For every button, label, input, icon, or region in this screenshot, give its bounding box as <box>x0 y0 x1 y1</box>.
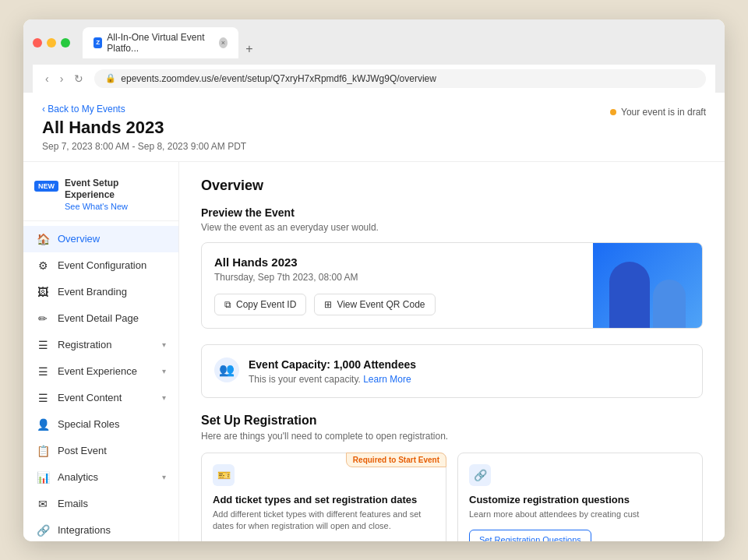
sidebar-item-emails[interactable]: ✉ Emails <box>23 491 178 517</box>
refresh-button[interactable]: ↻ <box>71 71 86 86</box>
sidebar-item-label-emails: Emails <box>58 498 166 509</box>
forward-button[interactable]: › <box>57 71 67 86</box>
minimize-window-button[interactable] <box>47 38 56 48</box>
sidebar-item-label-event-detail: Event Detail Page <box>58 312 166 324</box>
clipboard-icon: 📋 <box>36 445 50 457</box>
event-preview-info: All Hands 2023 Thursday, Sep 7th 2023, 0… <box>202 243 593 328</box>
ticket-card-description: Add different ticket types with differen… <box>213 509 435 533</box>
address-bar-row: ‹ › ↻ 🔒 epevents.zoomdev.us/e/event/setu… <box>33 65 715 93</box>
sidebar-item-overview[interactable]: 🏠 Overview <box>23 226 178 252</box>
capacity-description: This is your event capacity. Learn More <box>249 374 416 385</box>
preview-event-date: Thursday, Sep 7th 2023, 08:00 AM <box>214 272 580 283</box>
integrations-icon: 🔗 <box>36 524 50 537</box>
chevron-down-icon: ▾ <box>162 340 166 349</box>
gear-icon: ⚙ <box>36 259 50 272</box>
email-icon: ✉ <box>36 498 50 510</box>
ticket-types-card: Required to Start Event 🎫 Add ticket typ… <box>201 453 446 541</box>
tab-bar: Z All-In-One Virtual Event Platfo... × + <box>83 27 259 58</box>
sidebar-item-event-content[interactable]: ☰ Event Content ▾ <box>23 385 178 411</box>
sidebar-item-event-detail-page[interactable]: ✏ Event Detail Page <box>23 305 178 332</box>
address-bar[interactable]: 🔒 epevents.zoomdev.us/e/event/setup/Q7xr… <box>94 69 706 88</box>
draft-status-badge: Your event is in draft <box>610 107 706 118</box>
chevron-down-icon-3: ▾ <box>162 393 166 402</box>
chevron-down-icon-4: ▾ <box>162 473 166 481</box>
overview-title: Overview <box>201 178 703 194</box>
sidebar-item-label-registration: Registration <box>58 339 154 350</box>
sidebar-item-label-integrations: Integrations <box>58 524 166 536</box>
registration-title: Set Up Registration <box>201 414 703 428</box>
active-tab[interactable]: Z All-In-One Virtual Event Platfo... × <box>83 27 238 58</box>
tab-label: All-In-One Virtual Event Platfo... <box>107 32 213 54</box>
sidebar-item-label-event-branding: Event Branding <box>58 286 166 298</box>
event-preview-image <box>593 243 702 328</box>
sidebar-item-event-configuration[interactable]: ⚙ Event Configuration <box>23 252 178 279</box>
learn-more-link[interactable]: Learn More <box>363 374 411 385</box>
url-text: epevents.zoomdev.us/e/event/setup/Q7xryH… <box>121 73 436 84</box>
capacity-card: 👥 Event Capacity: 1,000 Attendees This i… <box>201 344 703 398</box>
registration-description: Here are things you'll need to complete … <box>201 431 703 442</box>
preview-actions: ⧉ Copy Event ID ⊞ View Event QR Code <box>214 294 580 315</box>
sidebar-item-label-special-roles: Special Roles <box>58 418 166 430</box>
qr-icon: ⊞ <box>324 299 332 310</box>
draft-label: Your event is in draft <box>621 107 706 118</box>
questions-card-title: Customize registration questions <box>469 494 691 505</box>
sidebar-item-registration[interactable]: ☰ Registration ▾ <box>23 332 178 358</box>
home-icon: 🏠 <box>36 233 50 245</box>
copy-icon: ⧉ <box>224 299 231 310</box>
sidebar-item-event-experience[interactable]: ☰ Event Experience ▾ <box>23 358 178 385</box>
draft-dot <box>610 109 616 115</box>
close-window-button[interactable] <box>33 38 42 48</box>
main-layout: NEW Event Setup Experience See What's Ne… <box>23 162 725 541</box>
lock-icon: 🔒 <box>105 73 116 83</box>
sidebar-item-post-event[interactable]: 📋 Post Event <box>23 438 178 464</box>
see-whats-new-link[interactable]: See What's New <box>65 202 168 211</box>
capacity-text: Event Capacity: 1,000 Attendees This is … <box>249 357 416 385</box>
menu-icon: ☰ <box>36 365 50 378</box>
required-badge: Required to Start Event <box>346 453 446 467</box>
ticket-card-title: Add ticket types and set registration da… <box>213 494 435 505</box>
preview-section: Preview the Event View the event as an e… <box>201 206 703 329</box>
questions-card-description: Learn more about attendees by creating c… <box>469 509 691 520</box>
setup-experience-label: Event Setup Experience <box>65 178 168 202</box>
image-icon: 🖼 <box>36 286 50 298</box>
set-registration-questions-button[interactable]: Set Registration Questions <box>469 530 591 541</box>
questions-icon: 🔗 <box>469 464 491 486</box>
back-to-events-link[interactable]: ‹ Back to My Events <box>42 104 246 114</box>
sidebar-item-label-post-event: Post Event <box>58 445 166 456</box>
main-content: Overview Preview the Event View the even… <box>179 162 725 541</box>
tab-close-button[interactable]: × <box>219 37 228 48</box>
capacity-icon: 👥 <box>214 357 239 382</box>
tab-favicon: Z <box>94 37 102 48</box>
sidebar-item-integrations[interactable]: 🔗 Integrations <box>23 517 178 541</box>
setup-experience-banner: NEW Event Setup Experience See What's Ne… <box>23 171 178 221</box>
preview-label: Preview the Event <box>201 206 703 219</box>
sidebar-item-special-roles[interactable]: 👤 Special Roles <box>23 411 178 438</box>
sidebar-item-analytics[interactable]: 📊 Analytics ▾ <box>23 464 178 491</box>
sidebar-item-label-analytics: Analytics <box>58 471 154 483</box>
edit-icon: ✏ <box>36 312 50 325</box>
ticket-icon: 🎫 <box>213 464 235 486</box>
new-tab-button[interactable]: + <box>240 40 259 58</box>
maximize-window-button[interactable] <box>61 38 70 48</box>
back-button[interactable]: ‹ <box>42 71 52 86</box>
event-preview-card: All Hands 2023 Thursday, Sep 7th 2023, 0… <box>201 242 703 329</box>
nav-buttons: ‹ › ↻ <box>42 71 86 86</box>
sidebar-item-event-branding[interactable]: 🖼 Event Branding <box>23 279 178 305</box>
new-badge: NEW <box>34 181 58 192</box>
browser-chrome: Z All-In-One Virtual Event Platfo... × +… <box>23 19 725 93</box>
analytics-icon: 📊 <box>36 471 50 484</box>
user-icon: 👤 <box>36 418 50 431</box>
sidebar-item-label-event-configuration: Event Configuration <box>58 259 166 271</box>
event-title: All Hands 2023 <box>42 118 246 138</box>
sidebar-item-label-event-content: Event Content <box>58 392 154 403</box>
shape-short <box>653 280 686 328</box>
sidebar: NEW Event Setup Experience See What's Ne… <box>23 162 179 541</box>
content-icon: ☰ <box>36 392 50 404</box>
registration-questions-card: 🔗 Customize registration questions Learn… <box>457 453 703 541</box>
app-container: ‹ Back to My Events All Hands 2023 Sep 7… <box>23 93 725 541</box>
app-header: ‹ Back to My Events All Hands 2023 Sep 7… <box>23 93 725 162</box>
copy-event-id-button[interactable]: ⧉ Copy Event ID <box>214 294 306 315</box>
view-qr-code-button[interactable]: ⊞ View Event QR Code <box>314 294 435 315</box>
list-icon: ☰ <box>36 339 50 351</box>
header-left: ‹ Back to My Events All Hands 2023 Sep 7… <box>42 104 246 152</box>
